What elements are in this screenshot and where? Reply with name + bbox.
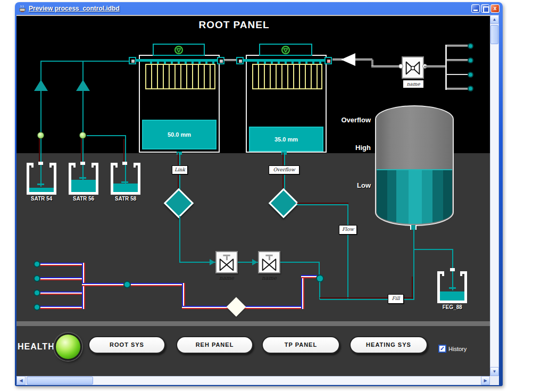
pipe-segment: [447, 74, 470, 75]
valve-1[interactable]: [215, 251, 238, 273]
scroll-left-button[interactable]: ◀: [16, 376, 26, 385]
pipe-segment: [447, 59, 470, 61]
root-sys-button[interactable]: ROOT SYS: [88, 336, 165, 354]
pipe-segment: [39, 139, 40, 163]
history-label: History: [448, 346, 467, 352]
desktop: Preview process_control.idbd x ROOT PANE…: [0, 0, 541, 392]
beaker-liquid: [29, 188, 54, 192]
panel-title: ROOT PANEL: [176, 19, 293, 31]
window-app-icon: [18, 4, 27, 13]
health-label: HEALTH: [18, 342, 55, 352]
pipe-segment: [81, 139, 82, 163]
supply-pipe: [301, 275, 317, 278]
pipe-segment: [179, 216, 180, 263]
pipe-segment: [297, 204, 348, 205]
sensor-node: [37, 132, 44, 139]
connection-node: [468, 72, 473, 78]
valve-icon: [403, 57, 423, 78]
vertical-scrollbar-track[interactable]: [490, 15, 499, 376]
pipe-segment: [413, 229, 414, 300]
beaker-label: SATR 56: [68, 196, 99, 202]
pipe-connector: [217, 57, 224, 64]
beaker-label: SATR 58: [110, 196, 142, 202]
sensor-node: [79, 132, 86, 139]
horizontal-scrollbar-thumb[interactable]: [27, 377, 93, 385]
beaker-hook: [91, 163, 98, 168]
pipe-segment: [414, 249, 453, 250]
valve-top[interactable]: [402, 56, 424, 79]
minimize-icon: [473, 10, 478, 11]
pipe-segment: [41, 61, 131, 62]
tag-overflow: Overflow: [269, 165, 299, 174]
heating-sys-button[interactable]: HEATING SYS: [349, 336, 428, 354]
pipe-segment: [347, 205, 348, 299]
pipe-segment: [224, 59, 236, 61]
heater-element: [145, 64, 215, 89]
flow-right-arrow: [252, 259, 257, 265]
minimize-button[interactable]: [471, 4, 480, 13]
pipe-connector: [324, 57, 332, 64]
connection-node: [34, 304, 40, 311]
pipe-segment: [40, 61, 41, 136]
scroll-down-button[interactable]: ▼: [490, 367, 499, 376]
scroll-right-button[interactable]: ▶: [481, 376, 490, 385]
supply-pipe: [82, 283, 185, 286]
scroll-up-button[interactable]: ▲: [490, 15, 499, 24]
reh-panel-button[interactable]: REH PANEL: [176, 336, 253, 354]
level-value: 35.0 mm: [274, 136, 298, 143]
vertical-scrollbar-thumb[interactable]: [490, 25, 498, 44]
pipe-connector: [236, 57, 244, 64]
valve-port: [398, 64, 403, 69]
close-icon: x: [494, 5, 497, 11]
pipe-segment: [424, 65, 447, 68]
valve-2[interactable]: [258, 251, 280, 273]
storage-label-high: High: [339, 144, 371, 152]
connection-node: [468, 86, 473, 91]
beaker-label: SATR 54: [26, 196, 57, 202]
storage-label-overflow: Overflow: [323, 116, 371, 124]
valve-icon: [259, 252, 279, 272]
level-display: 35.0 mm: [249, 127, 323, 152]
flow-up-arrow: [76, 80, 90, 91]
maximize-icon: [483, 6, 489, 13]
pipe-segment: [82, 61, 84, 136]
supply-pipe: [37, 291, 85, 295]
beaker-hook: [437, 271, 444, 276]
history-checkbox[interactable]: ✓: [438, 345, 446, 353]
beaker-hook: [69, 163, 76, 168]
footer-divider: [16, 321, 490, 326]
window-title[interactable]: Preview process_control.idbd: [29, 5, 120, 12]
maximize-button[interactable]: [481, 4, 489, 13]
supply-pipe: [37, 306, 85, 309]
heater-element: [252, 64, 322, 89]
beaker-label: FEG_88: [436, 304, 468, 310]
pipe-segment: [123, 139, 124, 163]
valve-label: name: [215, 275, 238, 281]
close-button[interactable]: x: [490, 4, 500, 13]
supply-pipe: [182, 283, 185, 309]
valve-label: name: [403, 80, 424, 88]
tp-panel-button[interactable]: TP PANEL: [262, 336, 340, 354]
pipe-segment: [87, 135, 126, 136]
beaker-hook: [134, 163, 140, 168]
manifold-bar: [445, 45, 447, 90]
level-display: 50.0 mm: [142, 120, 217, 149]
storage-tank-liquid: [377, 169, 452, 224]
scrollbar-corner: [490, 376, 499, 385]
beaker-hook: [460, 271, 467, 276]
flow-up-arrow: [34, 80, 48, 91]
pipe-segment: [319, 262, 320, 275]
pipe-connector: [129, 57, 136, 64]
connection-node: [468, 43, 473, 49]
heater-tank-2-motor-box: [259, 44, 312, 56]
valve-label: name: [258, 275, 280, 281]
pipe-segment: [447, 45, 470, 47]
connection-node: [468, 57, 473, 63]
health-led[interactable]: [54, 333, 82, 361]
connection-node: [316, 274, 324, 282]
fan-icon: [174, 45, 184, 55]
check-icon: ✓: [440, 345, 445, 352]
fan-icon: [281, 45, 290, 55]
pipe-segment: [297, 203, 348, 204]
connection-node: [34, 261, 40, 268]
